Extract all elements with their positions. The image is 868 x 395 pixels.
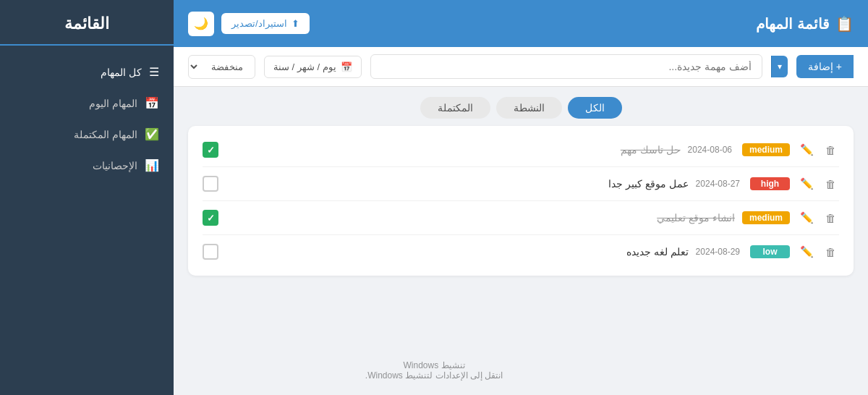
list-icon: ☰: [149, 65, 159, 79]
edit-task-button[interactable]: ✏️: [797, 142, 817, 158]
clipboard-icon: 📋: [835, 15, 854, 33]
upload-icon: ⬆: [292, 18, 299, 29]
task-actions: 🗑✏️: [797, 244, 839, 260]
task-text: حل تاسك مهم: [226, 144, 681, 156]
delete-task-button[interactable]: 🗑: [822, 211, 839, 226]
tab-all[interactable]: الكل: [568, 97, 622, 119]
tab-active[interactable]: النشطة: [496, 97, 562, 119]
delete-task-button[interactable]: 🗑: [822, 177, 839, 192]
sidebar-item-completed-tasks[interactable]: ✅ المهام المكتملة: [0, 119, 174, 150]
task-text: عمل موقع كبير جدا: [226, 178, 689, 190]
date-picker-button[interactable]: 📅 يوم / شهر / سنة: [264, 56, 362, 78]
header-title: 📋 قائمة المهام: [756, 15, 854, 33]
delete-task-button[interactable]: 🗑: [822, 143, 839, 158]
task-row: 🗑✏️mediumانشاء موقع تعليمي: [203, 201, 839, 235]
sidebar: القائمة ☰ كل المهام 📅 المهام اليوم ✅ الم…: [0, 0, 174, 395]
sidebar-item-all-tasks[interactable]: ☰ كل المهام: [0, 56, 174, 88]
calendar-icon: 📅: [145, 96, 159, 110]
priority-badge: medium: [742, 211, 790, 224]
import-export-button[interactable]: ⬆ استيراد/تصدير: [221, 13, 310, 34]
header-actions: ⬆ استيراد/تصدير 🌙: [188, 12, 310, 36]
priority-badge: high: [750, 177, 790, 190]
priority-select[interactable]: منخفضةمتوسطةعالية: [188, 55, 255, 79]
sidebar-item-statistics[interactable]: 📊 الإحصانيات: [0, 150, 174, 181]
task-date: 2024-08-06: [688, 145, 732, 155]
delete-task-button[interactable]: 🗑: [822, 245, 839, 260]
task-date: 2024-08-27: [696, 179, 740, 189]
edit-task-button[interactable]: ✏️: [797, 244, 817, 260]
task-date: 2024-08-29: [696, 247, 740, 257]
task-row: 🗑✏️low2024-08-29تعلم لغه جديده: [203, 235, 839, 268]
task-actions: 🗑✏️: [797, 210, 839, 226]
task-text: تعلم لغه جديده: [226, 246, 689, 258]
task-input[interactable]: [370, 54, 762, 79]
task-text: انشاء موقع تعليمي: [226, 212, 735, 224]
edit-task-button[interactable]: ✏️: [797, 176, 817, 192]
sidebar-item-today-tasks[interactable]: 📅 المهام اليوم: [0, 88, 174, 119]
chevron-down-icon: ▾: [778, 61, 782, 72]
filter-tabs: الكل النشطة المكتملة: [174, 87, 868, 126]
header: 📋 قائمة المهام ⬆ استيراد/تصدير 🌙: [174, 0, 868, 47]
task-list-container: 🗑✏️medium2024-08-06حل تاسك مهم🗑✏️high202…: [174, 126, 868, 395]
task-actions: 🗑✏️: [797, 176, 839, 192]
moon-icon: 🌙: [194, 17, 208, 30]
add-dropdown-button[interactable]: ▾: [771, 56, 788, 77]
task-row: 🗑✏️medium2024-08-06حل تاسك مهم: [203, 133, 839, 167]
task-checkbox[interactable]: [203, 244, 218, 260]
priority-badge: low: [750, 245, 790, 258]
task-row: 🗑✏️high2024-08-27عمل موقع كبير جدا: [203, 167, 839, 201]
edit-task-button[interactable]: ✏️: [797, 210, 817, 226]
task-card: 🗑✏️medium2024-08-06حل تاسك مهم🗑✏️high202…: [188, 126, 854, 276]
calendar-icon: 📅: [341, 61, 352, 72]
task-checkbox[interactable]: [203, 142, 218, 158]
add-task-button[interactable]: + إضافة: [796, 55, 854, 78]
task-checkbox[interactable]: [203, 176, 218, 192]
stats-icon: 📊: [145, 158, 159, 172]
main-content: 📋 قائمة المهام ⬆ استيراد/تصدير 🌙 + إضافة…: [174, 0, 868, 395]
task-checkbox[interactable]: [203, 210, 218, 226]
task-actions: 🗑✏️: [797, 142, 839, 158]
sidebar-nav: ☰ كل المهام 📅 المهام اليوم ✅ المهام المك…: [0, 56, 174, 181]
priority-badge: medium: [742, 143, 790, 156]
checkmark-icon: ✅: [145, 127, 159, 141]
tab-completed[interactable]: المكتملة: [420, 97, 490, 119]
toolbar: + إضافة ▾ 📅 يوم / شهر / سنة منخفضةمتوسطة…: [174, 47, 868, 87]
sidebar-title: القائمة: [0, 14, 174, 46]
theme-toggle-button[interactable]: 🌙: [188, 12, 214, 36]
